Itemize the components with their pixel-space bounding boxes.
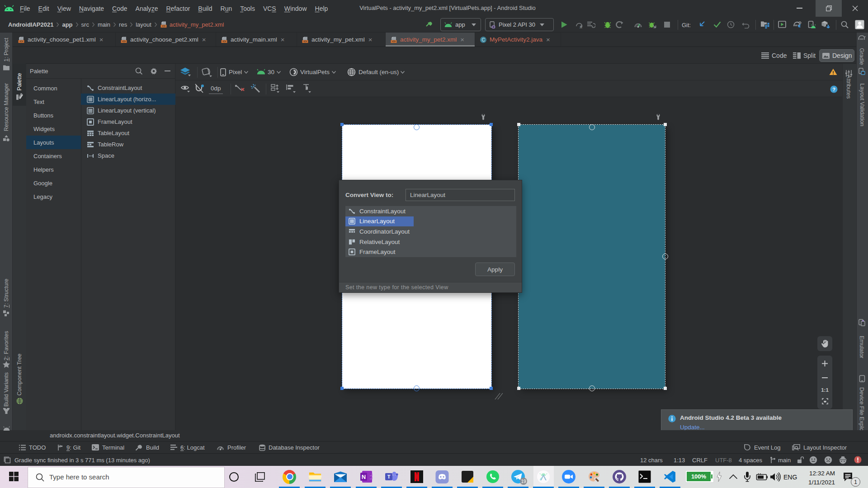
svg-text:C: C [481, 37, 485, 42]
svg-text:T: T [387, 474, 391, 479]
svg-text:<>: <> [122, 40, 126, 43]
svg-text:<>: <> [392, 40, 396, 43]
svg-text:?: ? [832, 87, 835, 92]
svg-text:<>: <> [162, 24, 165, 28]
svg-text:A: A [580, 25, 582, 29]
svg-text:<>: <> [222, 40, 226, 43]
svg-text:N: N [362, 474, 366, 480]
svg-text:<>: <> [303, 40, 307, 43]
svg-text:<>: <> [19, 40, 23, 43]
